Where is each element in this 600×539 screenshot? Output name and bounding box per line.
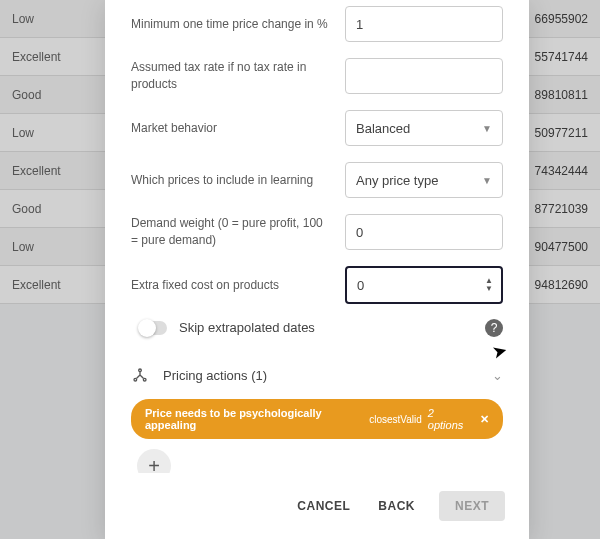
extra-fixed-cost-label: Extra fixed cost on products: [131, 277, 333, 294]
pricing-modal: Minimum one time price change in % Assum…: [105, 0, 529, 539]
stepper-icon[interactable]: ▲▼: [485, 277, 493, 293]
demand-weight-label: Demand weight (0 = pure profit, 100 = pu…: [131, 215, 333, 249]
chip-options: 2 options: [428, 407, 470, 431]
min-price-change-label: Minimum one time price change in %: [131, 16, 333, 33]
chevron-down-icon: ▼: [482, 175, 492, 186]
chip-code: closestValid: [369, 414, 422, 425]
demand-weight-input[interactable]: [345, 214, 503, 250]
market-behavior-select[interactable]: Balanced ▼: [345, 110, 503, 146]
add-action-button[interactable]: +: [137, 449, 171, 473]
extra-fixed-cost-stepper[interactable]: ▲▼: [345, 266, 503, 304]
tax-rate-label: Assumed tax rate if no tax rate in produ…: [131, 59, 333, 93]
extra-fixed-cost-input[interactable]: [347, 268, 501, 302]
action-chip[interactable]: Price needs to be psychologically appeal…: [131, 399, 503, 439]
chevron-down-icon: ▼: [482, 123, 492, 134]
modal-footer: CANCEL BACK NEXT: [105, 473, 529, 539]
section-pricing-actions[interactable]: Pricing actions (1) ⌄: [131, 355, 503, 395]
tax-rate-input[interactable]: [345, 58, 503, 94]
svg-point-1: [134, 378, 137, 381]
close-icon[interactable]: ✕: [480, 413, 489, 426]
next-button: NEXT: [439, 491, 505, 521]
pricing-actions-label: Pricing actions (1): [163, 368, 267, 383]
market-behavior-label: Market behavior: [131, 120, 333, 137]
plus-icon: +: [148, 455, 160, 474]
skip-dates-toggle[interactable]: [139, 321, 167, 335]
prices-include-value: Any price type: [356, 173, 438, 188]
prices-include-label: Which prices to include in learning: [131, 172, 333, 189]
chip-bold: Price needs to be psychologically appeal…: [145, 407, 363, 431]
back-button[interactable]: BACK: [374, 491, 419, 521]
svg-point-2: [143, 378, 146, 381]
skip-dates-label: Skip extrapolated dates: [179, 320, 315, 335]
cancel-button[interactable]: CANCEL: [293, 491, 354, 521]
help-icon[interactable]: ?: [485, 319, 503, 337]
branch-icon: [131, 367, 149, 383]
min-price-change-input[interactable]: [345, 6, 503, 42]
chevron-down-icon: ⌄: [492, 368, 503, 383]
svg-point-0: [139, 369, 142, 372]
prices-include-select[interactable]: Any price type ▼: [345, 162, 503, 198]
market-behavior-value: Balanced: [356, 121, 410, 136]
